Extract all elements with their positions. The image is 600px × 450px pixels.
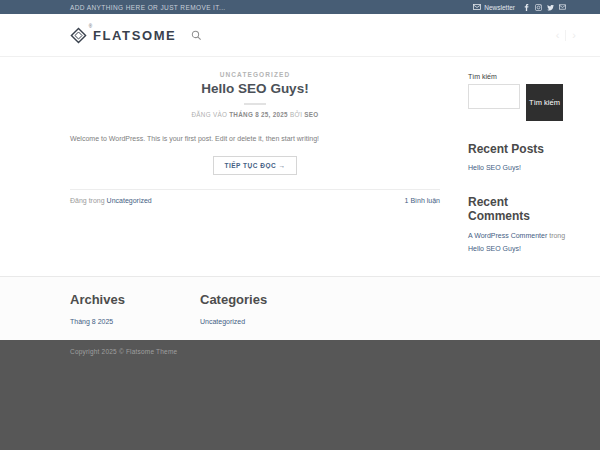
prev-arrow-icon[interactable]: ‹ [556, 30, 560, 41]
archive-month-link[interactable]: Tháng 8 2025 [70, 318, 113, 325]
facebook-icon[interactable] [523, 4, 530, 11]
archives-widget: Archives Tháng 8 2025 [70, 292, 200, 340]
recent-post-link[interactable]: Hello SEO Guys! [468, 164, 521, 171]
nav-divider [565, 30, 566, 41]
topbar-right: Newsletter [473, 4, 566, 11]
comments-count-link[interactable]: 1 Bình luận [405, 197, 440, 204]
archives-title: Archives [70, 292, 200, 307]
recent-comments-title: Recent Comments [468, 195, 566, 223]
absolute-footer: Copyright 2025 © Flatsome Theme [0, 340, 600, 450]
posted-in: Đăng trong Uncategorized [70, 197, 152, 204]
flatsome-gem-icon: ® [70, 27, 87, 44]
post-date: THÁNG 8 25, 2025 [229, 111, 288, 118]
newsletter-label: Newsletter [484, 4, 515, 11]
post-navigation: ‹ › [556, 14, 576, 57]
sidebar: Tìm kiếm Tìm kiếm Recent Posts Hello SEO… [468, 57, 566, 276]
post-date-line: ĐĂNG VÀO THÁNG 8 25, 2025 BỞI SEO [70, 111, 440, 118]
comment-connector: trong [549, 232, 565, 239]
comment-post-link[interactable]: Hello SEO Guys! [468, 245, 521, 252]
copyright-text: Copyright 2025 © Flatsome Theme [70, 348, 566, 355]
main-content: UNCATEGORIZED Hello SEO Guys! ĐĂNG VÀO T… [0, 57, 600, 276]
posted-in-label: Đăng trong [70, 197, 105, 204]
blog-post: UNCATEGORIZED Hello SEO Guys! ĐĂNG VÀO T… [70, 57, 440, 276]
email-icon[interactable] [559, 4, 566, 10]
category-link[interactable]: Uncategorized [200, 318, 245, 325]
search-widget: Tìm kiếm [468, 84, 566, 121]
site-header: ® FLATSOME ‹ › [0, 14, 600, 57]
site-logo[interactable]: ® FLATSOME [70, 27, 176, 44]
post-separator [70, 189, 440, 190]
registered-mark: ® [89, 24, 92, 29]
date-prefix: ĐĂNG VÀO [192, 111, 228, 118]
post-title[interactable]: Hello SEO Guys! [70, 81, 440, 96]
categories-title: Categories [200, 292, 330, 307]
twitter-icon[interactable] [547, 4, 554, 11]
next-arrow-icon[interactable]: › [572, 30, 576, 41]
search-submit-button[interactable]: Tìm kiếm [526, 84, 563, 121]
posted-in-category-link[interactable]: Uncategorized [107, 197, 152, 204]
logo-text: FLATSOME [93, 28, 176, 43]
search-input[interactable] [468, 84, 520, 109]
post-meta: Đăng trong Uncategorized 1 Bình luận [70, 197, 440, 204]
topbar: ADD ANYTHING HERE OR JUST REMOVE IT... N… [0, 0, 600, 14]
newsletter-link[interactable]: Newsletter [473, 4, 515, 11]
post-author: SEO [304, 111, 318, 118]
instagram-icon[interactable] [535, 4, 542, 11]
recent-comment: A WordPress Commenter trong Hello SEO Gu… [468, 229, 566, 256]
read-more-button[interactable]: TIẾP TỤC ĐỌC → [213, 156, 296, 175]
footer-widgets: Archives Tháng 8 2025 Categories Uncateg… [0, 276, 600, 340]
topbar-message: ADD ANYTHING HERE OR JUST REMOVE IT... [70, 4, 226, 11]
title-divider [244, 103, 266, 105]
search-widget-label: Tìm kiếm [468, 73, 566, 80]
comment-author-link[interactable]: A WordPress Commenter [468, 232, 547, 239]
read-more-wrap: TIẾP TỤC ĐỌC → [70, 154, 440, 175]
by-label: BỞI [290, 111, 302, 118]
social-links [523, 4, 566, 11]
categories-widget: Categories Uncategorized [200, 292, 330, 340]
recent-posts-title: Recent Posts [468, 142, 566, 156]
envelope-icon [473, 4, 481, 10]
post-category-link[interactable]: UNCATEGORIZED [70, 71, 440, 78]
search-icon[interactable] [191, 30, 202, 41]
post-excerpt: Welcome to WordPress. This is your first… [70, 135, 440, 142]
page: ADD ANYTHING HERE OR JUST REMOVE IT... N… [0, 0, 600, 450]
